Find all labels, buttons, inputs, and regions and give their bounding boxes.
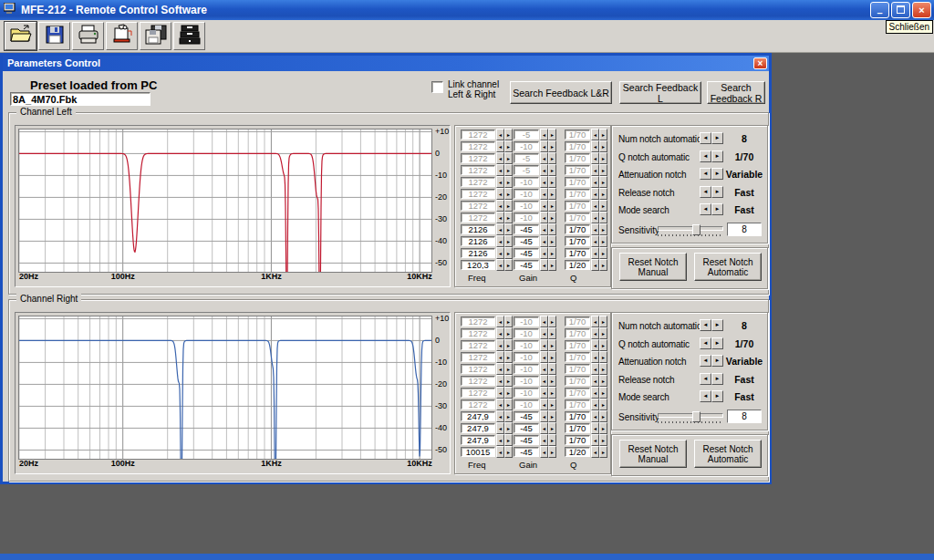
freq-spin-up[interactable]: ► — [504, 223, 513, 235]
freq-spin-up[interactable]: ► — [504, 235, 513, 247]
q-input[interactable] — [565, 153, 590, 163]
gain-input[interactable] — [514, 376, 539, 386]
q-spin-down[interactable]: ◄ — [591, 140, 599, 152]
gain-spin-down[interactable]: ◄ — [540, 223, 548, 235]
gain-input[interactable] — [514, 364, 539, 374]
gain-input[interactable] — [514, 141, 539, 151]
q-input[interactable] — [565, 423, 590, 433]
freq-spin-up[interactable]: ► — [504, 422, 513, 434]
q-spin-down[interactable]: ◄ — [591, 434, 599, 446]
gain-spin-down[interactable]: ◄ — [540, 164, 548, 176]
freq-spin-up[interactable]: ► — [504, 446, 513, 458]
search-feedback-lr-button[interactable]: Search Feedback L&R — [510, 81, 612, 104]
gain-spin-down[interactable]: ◄ — [540, 235, 548, 247]
q-spin-up[interactable]: ► — [599, 446, 607, 458]
gain-input[interactable] — [514, 213, 539, 223]
q-input[interactable] — [565, 316, 590, 327]
gain-spin-down[interactable]: ◄ — [540, 212, 548, 223]
freq-input[interactable] — [461, 177, 495, 187]
q-spin-down[interactable]: ◄ — [591, 399, 599, 410]
q-spin-down[interactable]: ◄ — [591, 129, 599, 140]
gain-spin-up[interactable]: ► — [548, 363, 556, 375]
gain-input[interactable] — [514, 165, 539, 175]
freq-input[interactable] — [461, 165, 495, 175]
freq-spin-up[interactable]: ► — [504, 410, 513, 422]
q-spin-down[interactable]: ◄ — [591, 375, 599, 387]
gain-spin-down[interactable]: ◄ — [540, 176, 548, 188]
gain-spin-up[interactable]: ► — [548, 200, 556, 212]
param-spin-up[interactable]: ► — [711, 203, 723, 215]
freq-input[interactable] — [461, 224, 495, 234]
search-feedback-l-button[interactable]: Search Feedback L — [619, 81, 701, 104]
q-spin-up[interactable]: ► — [599, 176, 607, 188]
freq-spin-up[interactable]: ► — [504, 351, 513, 363]
save-file-button[interactable] — [38, 22, 70, 50]
q-spin-up[interactable]: ► — [599, 351, 607, 363]
link-channel-checkbox[interactable]: Link channel Left & Right — [431, 79, 499, 99]
q-spin-up[interactable]: ► — [599, 363, 607, 375]
freq-spin-up[interactable]: ► — [504, 363, 513, 375]
q-input[interactable] — [565, 376, 590, 386]
param-spin-down[interactable]: ◄ — [700, 150, 711, 162]
q-spin-up[interactable]: ► — [599, 387, 607, 399]
gain-spin-down[interactable]: ◄ — [540, 422, 548, 434]
gain-input[interactable] — [514, 388, 539, 398]
freq-spin-up[interactable]: ► — [504, 327, 513, 339]
freq-spin-down[interactable]: ◄ — [496, 259, 504, 271]
freq-spin-up[interactable]: ► — [504, 176, 513, 188]
gain-input[interactable] — [514, 189, 539, 199]
q-spin-up[interactable]: ► — [599, 375, 607, 387]
q-spin-down[interactable]: ◄ — [591, 363, 599, 375]
q-spin-up[interactable]: ► — [599, 339, 607, 351]
gain-spin-down[interactable]: ◄ — [540, 152, 548, 164]
gain-input[interactable] — [514, 260, 539, 270]
freq-input[interactable] — [461, 141, 495, 151]
param-spin-up[interactable]: ► — [711, 373, 723, 385]
gain-spin-up[interactable]: ► — [548, 259, 556, 271]
q-spin-down[interactable]: ◄ — [591, 327, 599, 339]
freq-spin-down[interactable]: ◄ — [496, 387, 504, 399]
gain-spin-up[interactable]: ► — [548, 327, 556, 339]
q-spin-down[interactable]: ◄ — [591, 176, 599, 188]
freq-spin-down[interactable]: ◄ — [496, 339, 504, 351]
freq-input[interactable] — [461, 213, 495, 223]
open-file-button[interactable] — [5, 22, 36, 50]
q-spin-down[interactable]: ◄ — [591, 200, 599, 212]
copy-to-disk-button[interactable] — [140, 22, 171, 50]
gain-spin-down[interactable]: ◄ — [540, 434, 548, 446]
freq-spin-up[interactable]: ► — [504, 247, 513, 259]
gain-spin-up[interactable]: ► — [548, 129, 556, 140]
gain-spin-down[interactable]: ◄ — [540, 446, 548, 458]
freq-spin-down[interactable]: ◄ — [496, 212, 504, 223]
freq-input[interactable] — [461, 435, 495, 445]
freq-spin-up[interactable]: ► — [504, 152, 513, 164]
freq-input[interactable] — [461, 201, 495, 211]
gain-spin-down[interactable]: ◄ — [540, 387, 548, 399]
gain-spin-down[interactable]: ◄ — [540, 247, 548, 259]
reset-notch-automatic-button[interactable]: Reset NotchAutomatic — [694, 253, 762, 281]
q-spin-up[interactable]: ► — [599, 259, 607, 271]
gain-spin-down[interactable]: ◄ — [540, 129, 548, 140]
freq-spin-up[interactable]: ► — [504, 434, 513, 446]
gain-spin-down[interactable]: ◄ — [540, 375, 548, 387]
param-spin-up[interactable]: ► — [711, 337, 723, 349]
sensitivity-slider[interactable] — [658, 411, 721, 422]
param-spin-up[interactable]: ► — [711, 150, 723, 162]
freq-input[interactable] — [461, 189, 495, 199]
freq-spin-up[interactable]: ► — [504, 399, 513, 410]
gain-input[interactable] — [514, 447, 539, 457]
gain-spin-up[interactable]: ► — [548, 152, 556, 164]
gain-spin-up[interactable]: ► — [548, 176, 556, 188]
gain-spin-up[interactable]: ► — [548, 223, 556, 235]
freq-spin-down[interactable]: ◄ — [496, 446, 504, 458]
freq-spin-down[interactable]: ◄ — [496, 316, 504, 327]
param-spin-up[interactable]: ► — [711, 355, 723, 367]
q-spin-down[interactable]: ◄ — [591, 152, 599, 164]
freq-input[interactable] — [461, 260, 495, 270]
dialog-close-button[interactable]: × — [753, 57, 767, 69]
freq-input[interactable] — [461, 411, 495, 421]
q-spin-down[interactable]: ◄ — [591, 223, 599, 235]
freq-spin-down[interactable]: ◄ — [496, 422, 504, 434]
freq-spin-down[interactable]: ◄ — [496, 399, 504, 410]
gain-spin-down[interactable]: ◄ — [540, 140, 548, 152]
